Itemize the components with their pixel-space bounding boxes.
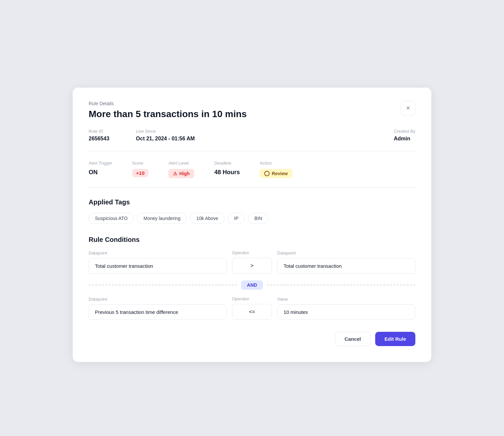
warning-icon: ⚠ — [173, 171, 177, 176]
condition2-operator-col: Operator <= — [232, 296, 272, 320]
alert-level-item: Alert Level ⚠ High — [168, 161, 194, 178]
alert-level-label: Alert Level — [168, 161, 194, 166]
applied-tags-title: Applied Tags — [89, 198, 415, 206]
created-by-item: Created By Admin — [394, 129, 415, 142]
action-badge: Review — [260, 169, 292, 178]
alert-trigger-value: ON — [89, 169, 112, 176]
tag: BIN — [248, 213, 268, 224]
live-since-item: Live Since Oct 21, 2024 - 01:56 AM — [136, 129, 195, 142]
conditions-section: Rule Conditions Datapoint Total customer… — [89, 236, 415, 320]
alert-trigger-item: Alert Trigger ON — [89, 161, 112, 176]
condition2-operator-box: <= — [232, 304, 272, 320]
rule-id-label: Rule ID — [89, 129, 109, 134]
condition-row-1: Datapoint Total customer transaction Ope… — [89, 250, 415, 274]
condition1-datapoint1-label: Datapoint — [89, 251, 227, 255]
condition1-datapoint1-box: Total customer transaction — [89, 258, 227, 274]
rule-details-label: Rule Details — [89, 101, 247, 106]
action-value: Review — [272, 171, 288, 176]
created-by-value: Admin — [394, 136, 415, 142]
tag: 10k Above — [190, 213, 224, 224]
tag: Suspicious ATO — [89, 213, 134, 224]
rule-conditions-title: Rule Conditions — [89, 236, 415, 244]
condition1-datapoint2-box: Total customer transaction — [277, 258, 415, 274]
and-line-right — [267, 285, 415, 285]
cancel-button[interactable]: Cancel — [335, 332, 371, 346]
modal-overlay: Rule Details More than 5 transactions in… — [7, 7, 497, 436]
meta-section: Rule ID 2656543 Live Since Oct 21, 2024 … — [89, 129, 415, 151]
and-badge: AND — [241, 280, 263, 290]
condition1-datapoint2-col: Datapoint Total customer transaction — [277, 251, 415, 274]
tag: IP — [228, 213, 245, 224]
live-since-value: Oct 21, 2024 - 01:56 AM — [136, 136, 195, 142]
condition1-operator-box: > — [232, 258, 272, 274]
condition2-datapoint-col: Datapoint Previous 5 transaction time di… — [89, 297, 227, 320]
condition-row-2: Datapoint Previous 5 transaction time di… — [89, 296, 415, 320]
condition1-datapoint2-label: Datapoint — [277, 251, 415, 255]
condition2-value-label: Value — [277, 297, 415, 302]
deadline-label: Deadline — [214, 161, 240, 166]
and-divider: AND — [89, 280, 415, 290]
title-section: Rule Details More than 5 transactions in… — [89, 101, 247, 119]
condition2-datapoint-label: Datapoint — [89, 297, 227, 302]
close-button[interactable]: × — [401, 101, 415, 115]
condition1-operator-col: Operator > — [232, 250, 272, 274]
score-label: Score — [132, 161, 148, 166]
alert-trigger-label: Alert Trigger — [89, 161, 112, 166]
alert-level-value: High — [179, 171, 190, 176]
rule-id-value: 2656543 — [89, 136, 109, 142]
edit-rule-button[interactable]: Edit Rule — [375, 332, 415, 346]
deadline-item: Deadline 48 Hours — [214, 161, 240, 176]
deadline-value: 48 Hours — [214, 169, 240, 176]
alert-level-badge: ⚠ High — [168, 169, 194, 178]
tag: Money laundering — [137, 213, 187, 224]
rule-id-item: Rule ID 2656543 — [89, 129, 109, 142]
modal-title: More than 5 transactions in 10 mins — [89, 109, 247, 119]
modal-footer: Cancel Edit Rule — [89, 332, 415, 346]
created-by-label: Created By — [394, 129, 415, 134]
score-badge: +10 — [132, 169, 148, 177]
condition2-value-box: 10 minutes — [277, 304, 415, 320]
alert-section: Alert Trigger ON Score +10 Alert Level ⚠… — [89, 161, 415, 188]
action-label: Action — [260, 161, 292, 166]
review-icon — [264, 171, 270, 176]
score-item: Score +10 — [132, 161, 148, 177]
condition2-value-col: Value 10 minutes — [277, 297, 415, 320]
tags-section: Applied Tags Suspicious ATOMoney launder… — [89, 198, 415, 224]
and-line-left — [89, 285, 237, 285]
tags-container: Suspicious ATOMoney laundering10k AboveI… — [89, 213, 415, 224]
modal-header: Rule Details More than 5 transactions in… — [89, 101, 415, 119]
condition2-datapoint-box: Previous 5 transaction time difference — [89, 304, 227, 320]
condition2-operator-label: Operator — [232, 296, 272, 301]
modal-container: Rule Details More than 5 transactions in… — [73, 88, 431, 362]
action-item: Action Review — [260, 161, 292, 178]
condition1-datapoint1-col: Datapoint Total customer transaction — [89, 251, 227, 274]
condition1-operator-label: Operator — [232, 250, 272, 255]
live-since-label: Live Since — [136, 129, 195, 134]
